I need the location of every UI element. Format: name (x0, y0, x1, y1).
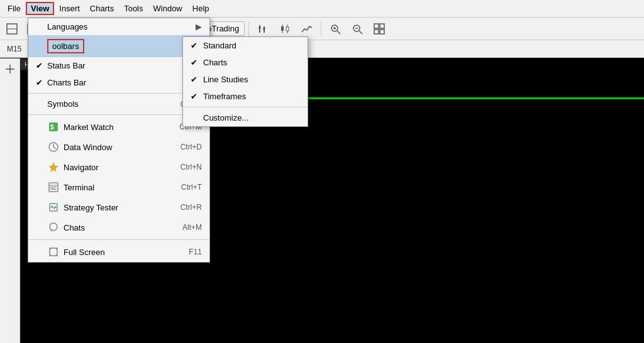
full-screen-icon (47, 246, 60, 258)
svg-point-47 (50, 223, 57, 231)
svg-rect-30 (380, 24, 384, 28)
languages-arrow: ▶ (196, 22, 202, 31)
line-studies-label: Line Studies (203, 75, 248, 84)
navigator-svg (48, 162, 58, 172)
zoom-in-btn[interactable] (325, 20, 345, 38)
chats-check (36, 223, 47, 232)
sep-3 (28, 239, 209, 240)
market-watch-label: Market Watch (64, 122, 179, 132)
menu-strategy-tester[interactable]: Strategy Tester Ctrl+R (28, 197, 209, 217)
market-watch-check (36, 122, 47, 132)
data-window-shortcut: Ctrl+D (180, 143, 202, 151)
submenu-timeframes[interactable]: ✔ Timeframes (183, 88, 308, 105)
svg-rect-44 (50, 188, 55, 188)
left-sidebar (0, 58, 20, 343)
menu-view[interactable]: View (26, 2, 54, 15)
chats-svg (48, 222, 58, 232)
toolbars-box: oolbars (47, 39, 84, 53)
menu-bar: File View Insert Charts Tools Window Hel… (0, 0, 644, 18)
standard-check: ✔ (191, 41, 203, 50)
menu-chats[interactable]: Chats Alt+M (28, 217, 209, 237)
strategy-tester-shortcut: Ctrl+R (180, 203, 202, 212)
languages-check (36, 22, 47, 31)
timeframes-check: ✔ (191, 92, 203, 101)
line-chart-icon (301, 23, 313, 35)
data-window-label: Data Window (64, 143, 180, 152)
svg-rect-29 (374, 24, 379, 28)
chart-type-btn-3[interactable] (297, 20, 317, 38)
customize-check (191, 113, 203, 122)
toolbars-submenu: ✔ Standard ✔ Charts ✔ Line Studies ✔ Tim… (182, 36, 308, 127)
crosshair-svg (4, 63, 16, 75)
full-screen-label: Full Screen (64, 248, 189, 257)
menu-languages[interactable]: Languages ▶ (28, 18, 209, 35)
data-window-check (36, 143, 47, 152)
chart-type-btn-2[interactable] (275, 20, 295, 38)
menu-charts[interactable]: Charts (85, 2, 119, 15)
toolbar-sep-4 (321, 21, 321, 36)
menu-window[interactable]: Window (148, 2, 187, 15)
full-screen-svg (48, 247, 58, 257)
submenu-charts-check: ✔ (191, 58, 203, 67)
navigator-icon (47, 161, 60, 173)
toolbar-sep-3 (248, 21, 249, 36)
svg-line-27 (359, 31, 362, 34)
chart-type-btn-1[interactable] (253, 20, 273, 38)
menu-navigator[interactable]: Navigator Ctrl+N (28, 157, 209, 177)
terminal-check (36, 183, 47, 192)
grid-btn[interactable] (369, 20, 389, 38)
svg-line-39 (53, 147, 56, 149)
standard-label: Standard (203, 41, 236, 50)
new-chart-icon (6, 23, 18, 35)
menu-help[interactable]: Help (187, 2, 214, 15)
menu-tools[interactable]: Tools (119, 2, 148, 15)
svg-rect-21 (286, 27, 289, 31)
zoom-out-btn[interactable] (347, 20, 367, 38)
status-bar-label: Status Bar (47, 61, 202, 70)
menu-full-screen[interactable]: Full Screen F11 (28, 242, 209, 262)
strategy-tester-svg (48, 202, 58, 212)
submenu-charts-label: Charts (203, 58, 227, 67)
bar-chart-icon (257, 23, 269, 35)
zoom-out-icon (351, 23, 364, 35)
svg-text:$: $ (50, 124, 54, 131)
submenu-line-studies[interactable]: ✔ Line Studies (183, 71, 308, 88)
menu-file[interactable]: File (3, 2, 26, 15)
navigator-check (36, 163, 47, 172)
svg-line-23 (337, 31, 340, 34)
data-window-icon (47, 141, 60, 153)
full-screen-check (36, 248, 47, 257)
crosshair-icon[interactable] (2, 61, 18, 77)
svg-marker-40 (49, 163, 58, 172)
timeframes-label: Timeframes (203, 92, 246, 101)
submenu-customize[interactable]: Customize... (183, 109, 308, 126)
symbols-check (36, 99, 47, 109)
svg-rect-43 (50, 187, 57, 187)
status-bar-check: ✔ (36, 61, 47, 70)
submenu-charts[interactable]: ✔ Charts (183, 54, 308, 71)
toolbar-icon-1[interactable] (3, 21, 21, 37)
strategy-tester-icon (47, 201, 60, 214)
submenu-standard[interactable]: ✔ Standard (183, 37, 308, 54)
candle-chart-icon (279, 23, 291, 35)
terminal-icon (47, 181, 60, 193)
svg-rect-32 (380, 30, 384, 34)
menu-insert[interactable]: Insert (54, 2, 85, 15)
data-window-svg (48, 142, 58, 152)
toolbars-check (36, 41, 47, 51)
strategy-tester-label: Strategy Tester (64, 203, 180, 212)
terminal-svg (48, 182, 58, 192)
svg-rect-31 (374, 30, 379, 34)
charts-bar-check: ✔ (36, 78, 47, 87)
navigator-label: Navigator (64, 163, 180, 172)
grid-icon (373, 23, 386, 35)
charts-bar-label: Charts Bar (47, 78, 202, 87)
terminal-label: Terminal (64, 183, 181, 192)
menu-data-window[interactable]: Data Window Ctrl+D (28, 137, 209, 157)
svg-rect-45 (50, 189, 57, 190)
menu-terminal[interactable]: Terminal Ctrl+T (28, 177, 209, 197)
chats-shortcut: Alt+M (182, 223, 202, 232)
market-watch-svg: $ (48, 122, 58, 132)
terminal-shortcut: Ctrl+T (181, 183, 202, 192)
tf-m15[interactable]: M15 (3, 43, 26, 55)
